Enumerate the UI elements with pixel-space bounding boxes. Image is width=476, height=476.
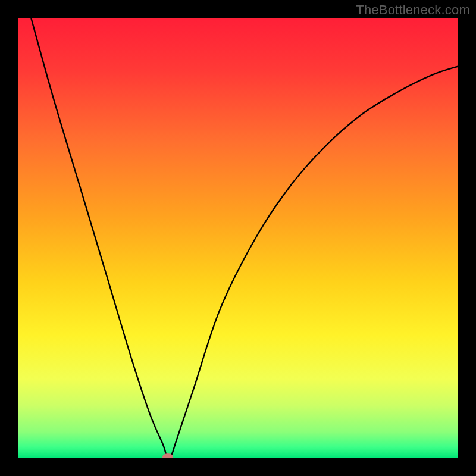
watermark-text: TheBottleneck.com (356, 2, 470, 18)
plot-area (18, 18, 458, 458)
optimal-point-marker (162, 453, 173, 458)
curve-svg (18, 18, 458, 458)
bottleneck-curve-path (31, 18, 458, 458)
